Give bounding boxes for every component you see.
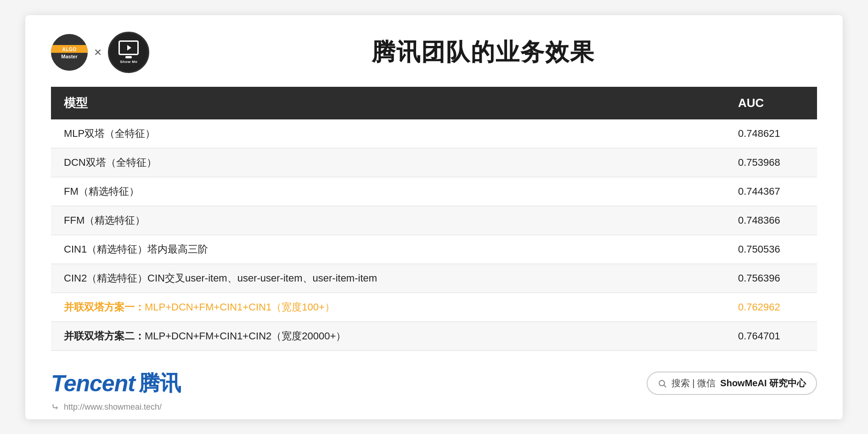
url-area: ⤷ http://www.showmeai.tech/ [51,401,817,413]
table-row: 并联双塔方案二：MLP+DCN+FM+CIN1+CIN2（宽度20000+）0.… [51,321,817,350]
slide-container: ALGO Master × Show Me 腾讯团队的业务效果 模型 AUC M… [25,15,843,419]
table-row: CIN1（精选特征）塔内最高三阶0.750536 [51,235,817,264]
master-text: Master [61,54,77,59]
results-table: 模型 AUC MLP双塔（全特征）0.748621DCN双塔（全特征）0.753… [51,87,817,351]
model-cell: DCN双塔（全特征） [51,148,725,177]
tencent-english-text: Tencent [51,370,135,397]
page-title: 腾讯团队的业务效果 [149,36,817,68]
table-row: FM（精选特征）0.744367 [51,177,817,206]
auc-cell: 0.750536 [725,235,817,264]
search-brand-text: ShowMeAI 研究中心 [720,377,806,389]
tencent-chinese-text: 腾讯 [139,369,181,398]
model-cell: MLP双塔（全特征） [51,119,725,148]
algomaster-logo: ALGO Master [51,34,88,71]
model-column-header: 模型 [51,87,725,119]
auc-cell: 0.748366 [725,206,817,235]
auc-cell: 0.756396 [725,264,817,293]
model-cell: 并联双塔方案二：MLP+DCN+FM+CIN1+CIN2（宽度20000+） [51,321,725,350]
search-box[interactable]: 搜索 | 微信 ShowMeAI 研究中心 [647,372,817,395]
url-text: http://www.showmeai.tech/ [64,402,162,412]
footer: Tencent 腾讯 搜索 | 微信 ShowMeAI 研究中心 [51,365,817,398]
auc-cell: 0.744367 [725,177,817,206]
showmeai-logo: Show Me [108,32,149,73]
showme-screen-icon [118,40,139,55]
table-row: MLP双塔（全特征）0.748621 [51,119,817,148]
model-cell: 并联双塔方案一：MLP+DCN+FM+CIN1+CIN1（宽度100+） [51,293,725,321]
auc-cell: 0.762962 [725,293,817,321]
table-row: CIN2（精选特征）CIN交叉user-item、user-user-item、… [51,264,817,293]
times-sign: × [94,45,101,60]
table-row: DCN双塔（全特征）0.753968 [51,148,817,177]
showme-stand-icon [125,56,132,58]
model-cell: CIN1（精选特征）塔内最高三阶 [51,235,725,264]
table-row: 并联双塔方案一：MLP+DCN+FM+CIN1+CIN1（宽度100+）0.76… [51,293,817,321]
svg-line-1 [664,385,666,387]
auc-column-header: AUC [725,87,817,119]
search-icon [658,379,667,388]
search-placeholder-text: 搜索 | 微信 [671,377,716,389]
svg-point-0 [659,380,665,386]
header: ALGO Master × Show Me 腾讯团队的业务效果 [51,32,817,73]
showme-label: Show Me [120,60,137,64]
table-header-row: 模型 AUC [51,87,817,119]
table-row: FFM（精选特征）0.748366 [51,206,817,235]
logo-area: ALGO Master × Show Me [51,32,149,73]
model-cell: CIN2（精选特征）CIN交叉user-item、user-user-item、… [51,264,725,293]
auc-cell: 0.748621 [725,119,817,148]
model-cell: FM（精选特征） [51,177,725,206]
cursor-icon: ⤷ [51,401,59,413]
tencent-logo: Tencent 腾讯 [51,369,181,398]
auc-cell: 0.764701 [725,321,817,350]
model-cell: FFM（精选特征） [51,206,725,235]
algo-text: ALGO [51,45,88,53]
auc-cell: 0.753968 [725,148,817,177]
footer-right: 搜索 | 微信 ShowMeAI 研究中心 [647,372,817,395]
